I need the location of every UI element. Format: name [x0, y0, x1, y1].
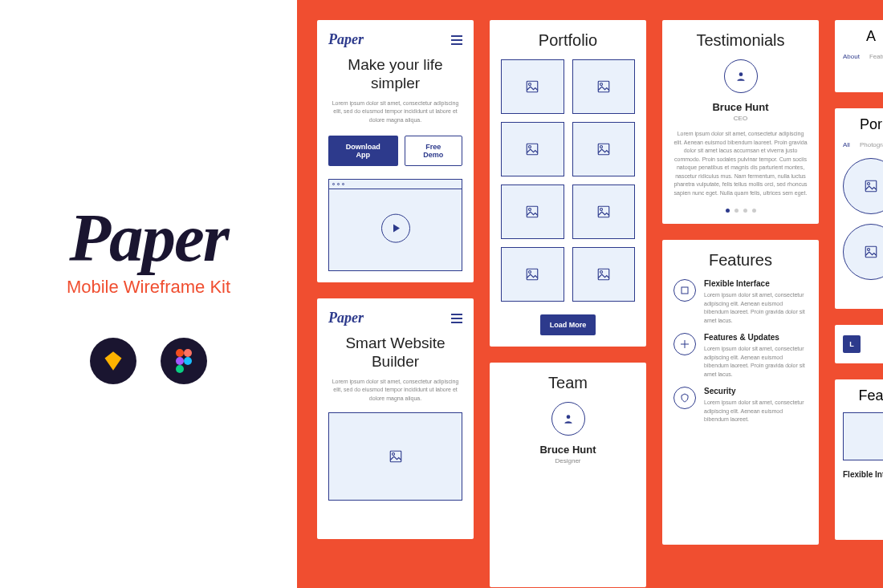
- hero-title: Make your life simpler: [328, 56, 462, 93]
- svg-rect-11: [527, 144, 539, 155]
- feature-item: Flexible Interface Lorem ipsum dolor sit…: [673, 279, 808, 325]
- portfolio-item[interactable]: [501, 247, 564, 302]
- feature-item: Features & Updates Lorem ipsum dolor sit…: [673, 333, 808, 379]
- svg-point-6: [392, 453, 394, 456]
- svg-point-0: [176, 349, 184, 357]
- svg-point-23: [566, 415, 570, 419]
- features-title: Features: [673, 251, 808, 270]
- tool-icons: [90, 338, 207, 384]
- partial-por: Por: [843, 116, 883, 133]
- portfolio-item[interactable]: [501, 185, 564, 239]
- portfolio-item[interactable]: [501, 122, 564, 176]
- svg-point-8: [529, 83, 531, 86]
- hero-lorem: Lorem ipsum dolor sit amet, consectetur …: [328, 99, 462, 125]
- portfolio-item[interactable]: [572, 122, 636, 176]
- screen-hero: Paper Make your life simpler Lorem ipsum…: [317, 20, 474, 282]
- feature-icon: [673, 279, 696, 302]
- filter-all[interactable]: All: [843, 141, 850, 148]
- svg-point-29: [868, 249, 870, 251]
- feature-lorem: Lorem ipsum dolor sit amet, consectetur …: [704, 345, 808, 379]
- svg-point-20: [529, 271, 531, 274]
- svg-point-2: [176, 357, 184, 365]
- figma-icon: [161, 338, 207, 384]
- portfolio-item[interactable]: [572, 247, 636, 302]
- svg-point-1: [184, 349, 192, 357]
- image-placeholder: [328, 412, 462, 501]
- partial-fea: Fea: [843, 387, 883, 404]
- portfolio-item[interactable]: [572, 185, 636, 239]
- svg-rect-13: [598, 144, 609, 155]
- builder-title: Smart Website Builder: [328, 335, 462, 371]
- logo-small: Paper: [328, 310, 364, 326]
- screen-partial-portfolio: Por All Photography: [835, 108, 883, 309]
- team-title: Team: [501, 374, 635, 392]
- demo-button[interactable]: Free Demo: [405, 136, 462, 166]
- team-role: Designer: [501, 457, 635, 464]
- menu-icon[interactable]: [451, 314, 462, 323]
- portfolio-item[interactable]: [501, 59, 564, 114]
- screen-team: Team Bruce Hunt Designer: [490, 363, 646, 587]
- promo-subtitle: Mobile Wireframe Kit: [67, 277, 230, 298]
- feature-item: Security Lorem ipsum dolor sit amet, con…: [673, 387, 808, 424]
- screen-features: Features Flexible Interface Lorem ipsum …: [662, 240, 819, 545]
- filter-tabs[interactable]: All Photography: [843, 141, 883, 148]
- feature-title: Flexible Interface: [704, 279, 808, 288]
- svg-point-14: [600, 146, 602, 148]
- svg-point-3: [184, 357, 192, 365]
- avatar: [724, 59, 758, 93]
- screen-builder: Paper Smart Website Builder Lorem ipsum …: [317, 298, 474, 539]
- svg-rect-19: [527, 269, 539, 280]
- svg-point-18: [600, 209, 602, 211]
- svg-rect-15: [527, 206, 539, 217]
- svg-rect-25: [682, 287, 688, 294]
- svg-rect-21: [598, 269, 609, 280]
- video-placeholder[interactable]: [328, 179, 462, 271]
- paper-logo: Paper: [69, 204, 228, 272]
- download-button[interactable]: Download App: [328, 136, 398, 166]
- feature-icon: [673, 333, 696, 355]
- svg-rect-9: [598, 81, 609, 92]
- builder-lorem: Lorem ipsum dolor sit amet, consectetur …: [328, 378, 462, 403]
- load-more-button[interactable]: Load More: [540, 314, 596, 335]
- svg-point-12: [529, 146, 531, 148]
- partial-a: A: [843, 28, 883, 45]
- feature-title: Features & Updates: [704, 333, 808, 342]
- partial-flex: Flexible Inter: [843, 470, 883, 479]
- portfolio-circle[interactable]: [843, 224, 883, 280]
- testimonials-title: Testimonials: [673, 31, 808, 50]
- menu-icon[interactable]: [451, 35, 462, 45]
- svg-rect-5: [390, 451, 401, 462]
- tabs[interactable]: About Features: [843, 53, 883, 60]
- svg-point-27: [868, 183, 870, 185]
- play-icon[interactable]: [381, 213, 410, 242]
- screen-partial-features: Fea Flexible Inter: [835, 379, 883, 540]
- feature-lorem: Lorem ipsum dolor sit amet, consectetur …: [704, 291, 808, 325]
- testimonial-text: Lorem ipsum dolor sit amet, consectetur …: [673, 130, 808, 197]
- feature-lorem: Lorem ipsum dolor sit amet, consectetur …: [704, 399, 808, 424]
- tab-about[interactable]: About: [843, 53, 860, 60]
- feature-icon: [673, 387, 696, 409]
- load-button-partial[interactable]: L: [843, 335, 861, 353]
- testimonial-name: Bruce Hunt: [673, 101, 808, 113]
- logo-small: Paper: [328, 31, 364, 48]
- svg-point-10: [600, 83, 602, 86]
- portfolio-circle[interactable]: [843, 158, 883, 214]
- sketch-icon: [90, 338, 136, 384]
- filter-photography[interactable]: Photography: [860, 141, 883, 148]
- svg-point-4: [176, 365, 184, 373]
- avatar: [551, 402, 585, 436]
- svg-rect-26: [865, 180, 877, 192]
- svg-point-24: [739, 72, 743, 76]
- svg-point-16: [529, 209, 531, 211]
- image-placeholder: [843, 412, 883, 460]
- screen-partial-load: L: [835, 325, 883, 363]
- tab-features[interactable]: Features: [869, 53, 883, 60]
- svg-rect-17: [598, 206, 609, 217]
- promo-panel: Paper Mobile Wireframe Kit: [0, 0, 297, 588]
- pagination-dots[interactable]: [673, 209, 808, 213]
- portfolio-item[interactable]: [572, 59, 636, 114]
- team-name: Bruce Hunt: [501, 444, 635, 456]
- svg-rect-7: [527, 81, 539, 92]
- svg-rect-28: [865, 246, 877, 258]
- screen-testimonials: Testimonials Bruce Hunt CEO Lorem ipsum …: [662, 20, 819, 224]
